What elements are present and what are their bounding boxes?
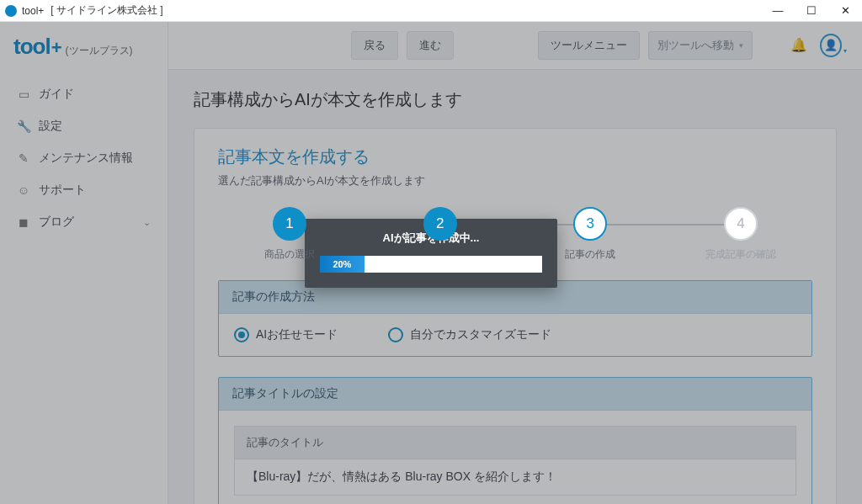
step-circle: 4 bbox=[724, 207, 758, 241]
step-2: 2 bbox=[394, 207, 487, 247]
window-minimize-button[interactable]: — bbox=[761, 0, 795, 22]
step-circle: 2 bbox=[423, 207, 457, 241]
step-label: 記事の作成 bbox=[565, 247, 615, 262]
window-maximize-button[interactable]: ☐ bbox=[795, 0, 828, 22]
step-3: 3 記事の作成 bbox=[544, 207, 636, 262]
step-label: 商品の選択 bbox=[264, 247, 315, 262]
modal-overlay: AIが記事を作成中... 20% bbox=[0, 22, 862, 504]
window-controls: — ☐ ✕ bbox=[761, 0, 862, 22]
step-4: 4 完成記事の確認 bbox=[694, 207, 787, 262]
window-titlebar: tool+ [ サイドライン株式会社 ] — ☐ ✕ bbox=[0, 0, 862, 22]
progress-bar: 20% bbox=[320, 256, 542, 273]
window-close-button[interactable]: ✕ bbox=[828, 0, 862, 22]
step-1: 1 商品の選択 bbox=[243, 207, 336, 262]
step-circle: 1 bbox=[273, 207, 306, 241]
titlebar-app: tool+ bbox=[22, 5, 44, 17]
titlebar-company: [ サイドライン株式会社 ] bbox=[51, 3, 162, 18]
app-icon bbox=[5, 5, 17, 17]
step-circle: 3 bbox=[573, 207, 607, 241]
step-label: 完成記事の確認 bbox=[705, 247, 776, 262]
